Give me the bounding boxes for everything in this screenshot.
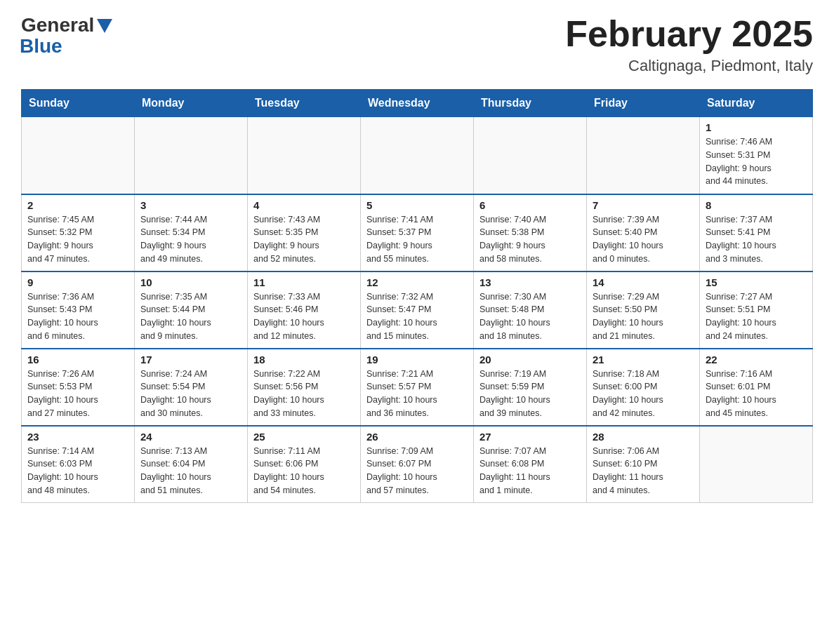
day-number: 27 [479,431,581,443]
day-info: Sunrise: 7:22 AM Sunset: 5:56 PM Dayligh… [253,368,355,420]
day-info: Sunrise: 7:30 AM Sunset: 5:48 PM Dayligh… [479,290,581,343]
calendar-week-row: 2Sunrise: 7:45 AM Sunset: 5:32 PM Daylig… [22,194,813,271]
day-info: Sunrise: 7:43 AM Sunset: 5:35 PM Dayligh… [253,213,355,266]
day-number: 3 [140,199,241,211]
weekday-header-tuesday: Tuesday [248,90,361,117]
day-number: 8 [706,199,807,211]
day-number: 22 [706,354,807,365]
calendar-cell: 18Sunrise: 7:22 AM Sunset: 5:56 PM Dayli… [248,349,361,426]
day-info: Sunrise: 7:06 AM Sunset: 6:10 PM Dayligh… [593,445,694,497]
day-number: 11 [253,276,355,288]
weekday-header-wednesday: Wednesday [361,90,474,117]
day-info: Sunrise: 7:39 AM Sunset: 5:40 PM Dayligh… [593,213,694,266]
logo-general-text: General [21,14,94,36]
day-number: 14 [593,276,694,288]
calendar-cell: 14Sunrise: 7:29 AM Sunset: 5:50 PM Dayli… [587,271,700,349]
month-title: February 2025 [565,14,813,54]
calendar-cell: 13Sunrise: 7:30 AM Sunset: 5:48 PM Dayli… [474,271,587,349]
day-number: 6 [479,199,581,211]
day-number: 10 [140,276,241,288]
day-info: Sunrise: 7:40 AM Sunset: 5:38 PM Dayligh… [479,213,581,266]
calendar-cell [474,117,587,194]
day-number: 26 [366,431,468,443]
day-number: 5 [366,199,468,211]
day-info: Sunrise: 7:16 AM Sunset: 6:01 PM Dayligh… [706,368,807,420]
day-number: 17 [140,354,241,365]
calendar-cell [700,426,813,503]
calendar-cell: 9Sunrise: 7:36 AM Sunset: 5:43 PM Daylig… [22,271,135,349]
calendar-cell: 24Sunrise: 7:13 AM Sunset: 6:04 PM Dayli… [135,426,248,503]
weekday-header-monday: Monday [135,90,248,117]
day-info: Sunrise: 7:46 AM Sunset: 5:31 PM Dayligh… [706,135,807,188]
calendar-cell: 16Sunrise: 7:26 AM Sunset: 5:53 PM Dayli… [22,349,135,426]
day-info: Sunrise: 7:19 AM Sunset: 5:59 PM Dayligh… [479,368,581,420]
day-info: Sunrise: 7:09 AM Sunset: 6:07 PM Dayligh… [366,445,468,497]
calendar-cell: 11Sunrise: 7:33 AM Sunset: 5:46 PM Dayli… [248,271,361,349]
logo-blue-text: Blue [20,35,62,58]
day-info: Sunrise: 7:29 AM Sunset: 5:50 PM Dayligh… [593,290,694,343]
calendar-cell: 20Sunrise: 7:19 AM Sunset: 5:59 PM Dayli… [474,349,587,426]
day-info: Sunrise: 7:33 AM Sunset: 5:46 PM Dayligh… [253,290,355,343]
calendar-cell [135,117,248,194]
day-number: 25 [253,431,355,443]
calendar-cell: 5Sunrise: 7:41 AM Sunset: 5:37 PM Daylig… [361,194,474,271]
day-number: 24 [140,431,241,443]
day-number: 2 [27,199,128,211]
calendar-week-row: 9Sunrise: 7:36 AM Sunset: 5:43 PM Daylig… [22,271,813,349]
calendar-cell: 12Sunrise: 7:32 AM Sunset: 5:47 PM Dayli… [361,271,474,349]
calendar-cell: 7Sunrise: 7:39 AM Sunset: 5:40 PM Daylig… [587,194,700,271]
logo: General Blue [21,14,112,58]
title-block: February 2025 Caltignaga, Piedmont, Ital… [565,14,813,75]
weekday-header-saturday: Saturday [700,90,813,117]
day-number: 23 [27,431,128,443]
day-number: 4 [253,199,355,211]
day-info: Sunrise: 7:41 AM Sunset: 5:37 PM Dayligh… [366,213,468,266]
calendar-week-row: 23Sunrise: 7:14 AM Sunset: 6:03 PM Dayli… [22,426,813,503]
svg-marker-0 [97,19,112,33]
day-info: Sunrise: 7:07 AM Sunset: 6:08 PM Dayligh… [479,445,581,497]
calendar-cell: 21Sunrise: 7:18 AM Sunset: 6:00 PM Dayli… [587,349,700,426]
calendar-cell: 28Sunrise: 7:06 AM Sunset: 6:10 PM Dayli… [587,426,700,503]
calendar-cell: 26Sunrise: 7:09 AM Sunset: 6:07 PM Dayli… [361,426,474,503]
calendar-cell: 8Sunrise: 7:37 AM Sunset: 5:41 PM Daylig… [700,194,813,271]
calendar-cell: 25Sunrise: 7:11 AM Sunset: 6:06 PM Dayli… [248,426,361,503]
calendar-cell: 27Sunrise: 7:07 AM Sunset: 6:08 PM Dayli… [474,426,587,503]
calendar-cell [22,117,135,194]
weekday-header-row: SundayMondayTuesdayWednesdayThursdayFrid… [22,90,813,117]
calendar-week-row: 16Sunrise: 7:26 AM Sunset: 5:53 PM Dayli… [22,349,813,426]
calendar-cell: 3Sunrise: 7:44 AM Sunset: 5:34 PM Daylig… [135,194,248,271]
location-title: Caltignaga, Piedmont, Italy [565,57,813,75]
day-number: 1 [706,121,807,133]
weekday-header-thursday: Thursday [474,90,587,117]
day-info: Sunrise: 7:45 AM Sunset: 5:32 PM Dayligh… [27,213,128,266]
day-number: 9 [27,276,128,288]
day-number: 28 [593,431,694,443]
calendar-cell [248,117,361,194]
weekday-header-sunday: Sunday [22,90,135,117]
day-number: 16 [27,354,128,365]
day-number: 20 [479,354,581,365]
day-info: Sunrise: 7:32 AM Sunset: 5:47 PM Dayligh… [366,290,468,343]
day-info: Sunrise: 7:11 AM Sunset: 6:06 PM Dayligh… [253,445,355,497]
day-info: Sunrise: 7:21 AM Sunset: 5:57 PM Dayligh… [366,368,468,420]
calendar-cell: 19Sunrise: 7:21 AM Sunset: 5:57 PM Dayli… [361,349,474,426]
day-number: 18 [253,354,355,365]
day-info: Sunrise: 7:18 AM Sunset: 6:00 PM Dayligh… [593,368,694,420]
day-info: Sunrise: 7:14 AM Sunset: 6:03 PM Dayligh… [27,445,128,497]
calendar-week-row: 1Sunrise: 7:46 AM Sunset: 5:31 PM Daylig… [22,117,813,194]
day-number: 13 [479,276,581,288]
page-header: General Blue February 2025 Caltignaga, P… [21,14,813,75]
calendar-table: SundayMondayTuesdayWednesdayThursdayFrid… [21,89,813,503]
day-number: 19 [366,354,468,365]
day-info: Sunrise: 7:35 AM Sunset: 5:44 PM Dayligh… [140,290,241,343]
day-info: Sunrise: 7:37 AM Sunset: 5:41 PM Dayligh… [706,213,807,266]
calendar-cell: 15Sunrise: 7:27 AM Sunset: 5:51 PM Dayli… [700,271,813,349]
calendar-cell [361,117,474,194]
calendar-cell: 1Sunrise: 7:46 AM Sunset: 5:31 PM Daylig… [700,117,813,194]
logo-arrow-icon [97,19,112,33]
calendar-cell: 4Sunrise: 7:43 AM Sunset: 5:35 PM Daylig… [248,194,361,271]
day-info: Sunrise: 7:44 AM Sunset: 5:34 PM Dayligh… [140,213,241,266]
calendar-cell: 2Sunrise: 7:45 AM Sunset: 5:32 PM Daylig… [22,194,135,271]
day-number: 7 [593,199,694,211]
day-info: Sunrise: 7:27 AM Sunset: 5:51 PM Dayligh… [706,290,807,343]
